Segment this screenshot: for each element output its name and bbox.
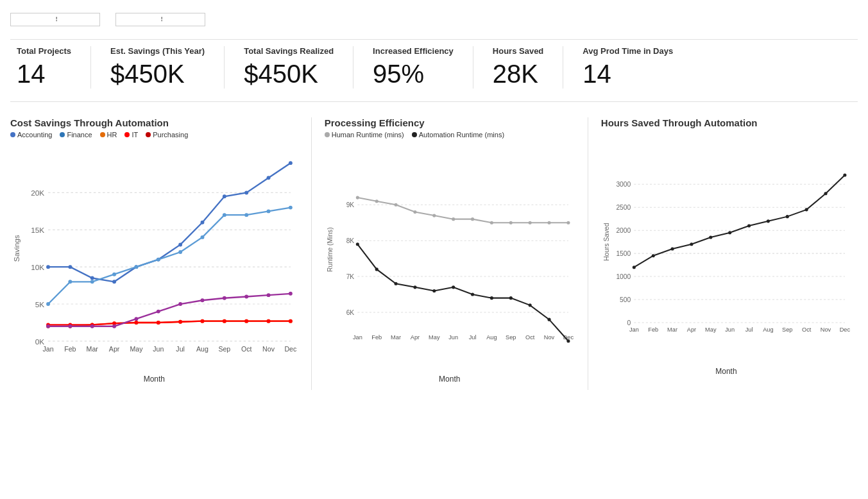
svg-point-64 [157, 321, 160, 325]
svg-point-109 [452, 217, 455, 221]
svg-text:9K: 9K [346, 201, 354, 208]
dashboard: ⠇ ⠇ Total Projects 14 Est. Savings (This… [0, 0, 868, 499]
hours-saved-svg: 050010001500200025003000JanFebMarAprMayJ… [601, 135, 851, 366]
svg-point-162 [767, 219, 770, 223]
svg-point-123 [490, 296, 493, 300]
legend-dot [412, 132, 417, 137]
svg-point-160 [728, 231, 731, 234]
svg-text:Apr: Apr [687, 326, 696, 333]
legend-label: Accounting [17, 131, 52, 139]
legend-item: Finance [60, 131, 92, 139]
svg-text:Aug: Aug [196, 345, 208, 353]
svg-point-38 [112, 273, 116, 276]
hours-saved-title: Hours Saved Through Automation [601, 117, 851, 128]
svg-text:Nov: Nov [821, 326, 831, 333]
svg-text:Mar: Mar [667, 326, 677, 333]
svg-point-161 [747, 224, 751, 227]
svg-text:Aug: Aug [763, 326, 773, 333]
cost-savings-chart: 0K5K10K15K20KJanFebMarAprMayJunJulAugSep… [10, 142, 298, 373]
legend-dot [146, 132, 151, 137]
svg-text:15K: 15K [31, 226, 44, 235]
svg-text:Runtime (Mins): Runtime (Mins) [327, 227, 334, 271]
kpi-value-increased-efficiency: 95% [373, 60, 424, 89]
svg-point-46 [289, 206, 293, 210]
svg-point-117 [375, 267, 378, 271]
svg-point-74 [112, 325, 116, 328]
svg-point-25 [90, 276, 94, 280]
svg-text:Feb: Feb [648, 326, 658, 333]
cost-savings-legend: AccountingFinanceHRITPurchasing [10, 131, 298, 139]
svg-point-36 [68, 280, 72, 283]
svg-point-39 [134, 265, 138, 269]
kpi-item-total-savings-realized: Total Savings Realized $450K [225, 46, 353, 89]
legend-dot [325, 132, 330, 137]
svg-text:3000: 3000 [616, 181, 631, 188]
svg-text:Feb: Feb [371, 334, 382, 341]
cost-savings-panel: Cost Savings Through Automation Accounti… [10, 117, 312, 390]
svg-text:May: May [429, 334, 440, 341]
svg-text:Apr: Apr [410, 334, 419, 341]
svg-point-35 [46, 302, 50, 306]
svg-text:Apr: Apr [109, 345, 120, 353]
svg-text:Oct: Oct [241, 345, 252, 353]
projects-select[interactable]: ⠇ [115, 13, 205, 26]
kpi-label-avg-prod-time: Avg Prod Time in Days [583, 46, 673, 56]
svg-point-66 [201, 319, 205, 323]
svg-point-163 [786, 215, 789, 218]
svg-text:2500: 2500 [616, 204, 631, 211]
svg-point-78 [201, 298, 205, 302]
svg-point-43 [223, 213, 226, 217]
svg-text:Oct: Oct [802, 326, 812, 333]
svg-text:Dec: Dec [284, 345, 297, 353]
svg-point-122 [471, 292, 474, 296]
projects-chevron-icon: ⠇ [160, 16, 198, 23]
department-select[interactable]: ⠇ [10, 13, 100, 26]
processing-efficiency-panel: Processing Efficiency Human Runtime (min… [312, 117, 588, 390]
svg-point-164 [804, 208, 808, 211]
svg-text:Aug: Aug [486, 334, 497, 341]
svg-text:Jun: Jun [448, 334, 458, 341]
svg-point-33 [267, 176, 271, 180]
svg-point-166 [843, 173, 846, 176]
svg-point-67 [223, 319, 226, 323]
svg-point-121 [452, 285, 455, 289]
svg-point-127 [566, 339, 570, 343]
svg-point-111 [490, 221, 493, 224]
svg-point-70 [289, 319, 293, 323]
svg-point-155 [633, 266, 636, 269]
svg-text:Sep: Sep [218, 345, 230, 353]
svg-text:10K: 10K [31, 263, 44, 272]
svg-point-126 [547, 318, 550, 321]
cost-savings-title: Cost Savings Through Automation [10, 117, 298, 128]
svg-text:Mar: Mar [391, 334, 401, 341]
svg-point-80 [244, 295, 248, 299]
kpi-label-est-savings: Est. Savings (This Year) [110, 46, 205, 56]
svg-point-116 [355, 242, 359, 246]
svg-text:Hours Saved: Hours Saved [603, 223, 610, 261]
legend-label: HR [107, 131, 117, 139]
processing-chart: 6K7K8K9KJanFebMarAprMayJunJulAugSepOctNo… [325, 142, 575, 373]
svg-text:500: 500 [620, 296, 631, 303]
svg-point-31 [223, 194, 226, 198]
department-filter-group: ⠇ [10, 10, 100, 26]
svg-point-124 [509, 296, 512, 300]
svg-point-65 [178, 320, 182, 324]
svg-point-107 [413, 210, 416, 214]
legend-item: Human Runtime (mins) [325, 131, 404, 139]
kpi-label-total-projects: Total Projects [17, 46, 71, 56]
svg-point-118 [394, 282, 397, 285]
svg-point-159 [709, 235, 712, 239]
svg-text:Jan: Jan [353, 334, 362, 341]
kpi-label-hours-saved: Hours Saved [493, 46, 543, 56]
svg-point-106 [394, 203, 397, 207]
svg-point-29 [178, 243, 182, 247]
svg-point-42 [201, 235, 205, 239]
cost-savings-svg: 0K5K10K15K20KJanFebMarAprMayJunJulAugSep… [10, 142, 298, 373]
hours-saved-chart: 050010001500200025003000JanFebMarAprMayJ… [601, 135, 851, 366]
processing-legend: Human Runtime (mins)Automation Runtime (… [325, 131, 575, 139]
kpi-item-est-savings: Est. Savings (This Year) $450K [91, 46, 224, 89]
kpi-item-avg-prod-time: Avg Prod Time in Days 14 [563, 46, 692, 89]
svg-point-37 [90, 280, 94, 283]
svg-point-63 [134, 321, 138, 325]
svg-point-114 [547, 221, 550, 224]
